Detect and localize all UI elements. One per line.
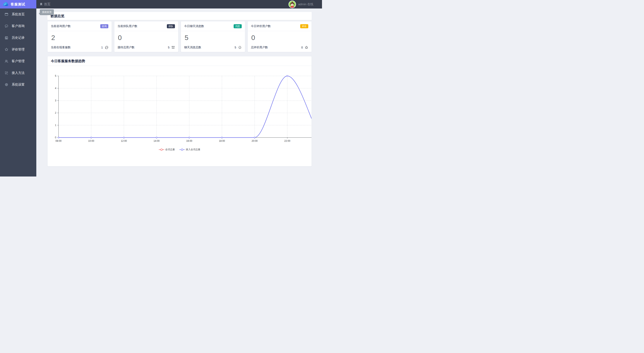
- stat-cards: 当前咨询用户数 咨询 2 当前在线客服数 1: [48, 21, 312, 52]
- status-badge: 评价: [300, 24, 308, 28]
- data-point-marker: [221, 137, 222, 138]
- main-area: 首页: [36, 0, 322, 177]
- x-axis-label: 10:00: [88, 140, 94, 142]
- data-point-marker: [189, 137, 190, 138]
- x-axis-label: 14:00: [154, 140, 160, 142]
- sidebar-item-label: 系统首页: [12, 12, 24, 17]
- data-point-marker: [287, 75, 288, 77]
- trend-line-chart[interactable]: 08:0010:0012:0014:0016:0018:0020:0022:00…: [48, 66, 312, 145]
- y-axis-label: 0: [55, 136, 56, 139]
- app-root: 客服测试 系统首页 客户咨询: [0, 0, 322, 177]
- trend-line: [58, 76, 312, 138]
- stat-value: 5: [181, 31, 245, 41]
- y-axis-label: 1: [55, 124, 56, 127]
- x-axis-label: 22:00: [284, 140, 290, 142]
- status-badge: 咨询: [100, 24, 108, 28]
- stat-card-ratings: 今日评价用户数 评价 0 总评价用户数 0: [248, 21, 312, 52]
- user-menu[interactable]: admin 在线: [288, 1, 313, 8]
- data-point-marker: [58, 137, 59, 138]
- app-logo[interactable]: 客服测试: [0, 0, 36, 9]
- stat-footer-label: 聊天消息总数: [184, 46, 201, 49]
- stat-footer-label: 当前在线客服数: [51, 46, 70, 49]
- x-axis-label: 20:00: [252, 140, 258, 142]
- sidebar-item-label: 接入方法: [12, 71, 24, 75]
- gear-icon: [4, 83, 8, 87]
- stat-value: 0: [248, 31, 312, 41]
- x-axis-label: 16:00: [186, 140, 192, 142]
- window-icon: [4, 12, 8, 16]
- sidebar-item-label: 系统设置: [12, 83, 24, 87]
- sidebar-item-home[interactable]: 系统首页: [0, 9, 36, 20]
- sidebar-item-label: 历史记录: [12, 36, 24, 40]
- stat-value: 2: [48, 31, 112, 41]
- sidebar-item-customers[interactable]: 客户管理: [0, 55, 36, 67]
- sidebar-item-label: 评价管理: [12, 48, 24, 52]
- stat-footer-label: 总评价用户数: [251, 46, 268, 49]
- stat-footer-value: 1: [101, 46, 103, 49]
- legend-marker-icon: [179, 148, 185, 151]
- stat-footer-value: 5: [235, 46, 236, 49]
- page-content: 数据总览 当前咨询用户数 咨询 2 当前在线客服数 1: [36, 9, 322, 166]
- data-point-marker: [254, 137, 255, 138]
- y-axis-label: 4: [55, 87, 56, 90]
- bookmark-icon: [40, 3, 42, 6]
- status-badge: 消息: [234, 24, 242, 28]
- app-title: 客服测试: [11, 2, 25, 7]
- sidebar-item-label: 客户管理: [12, 59, 24, 63]
- legend-marker-icon: [159, 148, 164, 151]
- sidebar-item-label: 客户咨询: [12, 24, 24, 28]
- legend-item-accepted-sessions[interactable]: 接入会话总量: [179, 148, 200, 151]
- star-icon: [305, 46, 308, 49]
- sidebar-item-access[interactable]: 接入方法: [0, 67, 36, 79]
- link-icon: [4, 71, 8, 75]
- chat-icon: [4, 24, 8, 28]
- sidebar-menu: 系统首页 客户咨询 历史记录: [0, 9, 36, 91]
- stat-footer-value: 0: [301, 46, 303, 49]
- stat-card-messages: 今日聊天消息数 消息 5 聊天消息总数 5: [181, 21, 245, 52]
- topbar: 首页: [36, 0, 322, 9]
- users-icon: [4, 59, 8, 63]
- data-point-marker: [90, 137, 92, 138]
- chart-legend: 会话总量 接入会话总量: [48, 148, 312, 151]
- data-point-marker: [123, 137, 124, 138]
- sidebar: 客服测试 系统首页 客户咨询: [0, 0, 36, 177]
- status-badge: 排队: [167, 24, 175, 28]
- chat-ellipsis-icon: [105, 46, 108, 49]
- trend-chart-title: 今日客服服务数据趋势: [51, 59, 85, 63]
- stat-footer-value: 5: [168, 46, 170, 49]
- stat-card-title: 当前咨询用户数: [51, 25, 70, 28]
- journal-icon: [4, 36, 8, 40]
- sidebar-item-history[interactable]: 历史记录: [0, 32, 36, 44]
- home-tooltip: 系统首页: [40, 9, 54, 15]
- avatar: [288, 1, 296, 8]
- legend-item-sessions[interactable]: 会话总量: [159, 148, 175, 151]
- sidebar-item-reviews[interactable]: 评价管理: [0, 44, 36, 55]
- star-icon: [4, 48, 8, 52]
- y-axis-label: 2: [55, 112, 56, 114]
- x-axis-label: 08:00: [56, 140, 62, 142]
- stat-footer-label: 接待总用户数: [118, 46, 134, 49]
- stat-card-queue: 当前排队用户数 排队 0 接待总用户数 5: [114, 21, 178, 52]
- user-status-label: admin 在线: [298, 3, 313, 6]
- bell-icon: [238, 46, 242, 49]
- overview-header: 数据总览: [48, 12, 312, 20]
- stat-card-title: 今日评价用户数: [251, 25, 271, 28]
- x-axis-label: 18:00: [219, 140, 225, 142]
- stat-card-title: 今日聊天消息数: [184, 25, 204, 28]
- queue-icon: [171, 46, 175, 49]
- sidebar-item-consult[interactable]: 客户咨询: [0, 20, 36, 32]
- stat-value: 0: [114, 31, 178, 41]
- y-axis-label: 5: [55, 75, 56, 77]
- tab-home-label: 首页: [44, 2, 50, 7]
- legend-label: 会话总量: [165, 148, 175, 151]
- stat-card-consulting: 当前咨询用户数 咨询 2 当前在线客服数 1: [48, 21, 112, 52]
- cloud-logo-icon: [2, 1, 9, 7]
- stat-card-title: 当前排队用户数: [118, 25, 138, 28]
- legend-label: 接入会话总量: [186, 148, 200, 151]
- y-axis-label: 3: [55, 99, 56, 102]
- x-axis-label: 12:00: [121, 140, 127, 142]
- avatar-girl-icon: [289, 1, 296, 8]
- data-point-marker: [156, 137, 157, 138]
- sidebar-item-settings[interactable]: 系统设置: [0, 79, 36, 91]
- tab-home[interactable]: 首页: [40, 2, 50, 7]
